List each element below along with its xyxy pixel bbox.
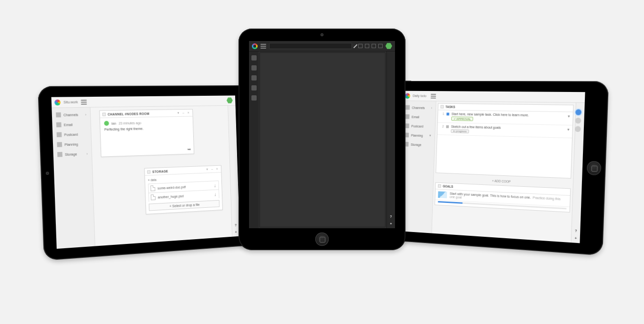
sidebar-item-planning[interactable]: Planning ▾ (401, 130, 435, 140)
help-button[interactable]: ? (390, 215, 392, 218)
rail-postcard-icon[interactable] (251, 75, 257, 81)
sidebar-label: Planning (411, 133, 423, 137)
task-row[interactable]: 1 Start here, new sample task. Click her… (438, 110, 573, 125)
goal-text: Start with your sample goal. This is how… (450, 192, 531, 199)
storage-icon (57, 152, 62, 157)
help-button[interactable]: ? (575, 229, 577, 233)
task-text: Start here, new sample task. Click here … (451, 112, 529, 117)
sidebar-item-planning[interactable]: Planning (53, 139, 92, 150)
sidebar-item-postcard[interactable]: Postcard (52, 129, 91, 140)
file-name: some-weird-doc.pdf (157, 185, 186, 190)
icon-rail (249, 51, 259, 228)
storage-card[interactable]: STORAGE ▾ – × » data (144, 165, 223, 214)
card-minimize-icon[interactable]: – (182, 111, 186, 115)
author: ian (111, 122, 116, 125)
sidebar-label: Postcard (64, 132, 78, 136)
screen-right: Daily todo Channels › Email (398, 91, 585, 243)
camera-dot (321, 33, 323, 36)
card-tool-icon[interactable]: ▾ (177, 111, 180, 115)
sidebar-item-email[interactable]: Email (402, 112, 436, 122)
home-button[interactable] (587, 161, 602, 175)
file-icon (150, 185, 155, 191)
menu-icon[interactable] (431, 93, 436, 98)
app-logo-icon (252, 43, 258, 49)
file-row[interactable]: another_huge.psd ⭳ (148, 189, 219, 202)
chat-icon (405, 105, 410, 110)
app-right: Daily todo Channels › Email (398, 91, 585, 243)
app-title: Situ.work (63, 101, 78, 104)
card-minimize-icon[interactable]: – (210, 167, 214, 171)
task-pill[interactable]: in progress (451, 129, 469, 133)
canvas-dark[interactable] (260, 52, 385, 227)
menu-icon[interactable] (260, 44, 266, 49)
mail-icon (405, 114, 409, 119)
home-button[interactable] (315, 233, 329, 246)
video-icon[interactable] (365, 44, 369, 48)
add-button[interactable]: + (390, 222, 392, 225)
drag-handle-icon[interactable] (147, 170, 150, 173)
canvas[interactable]: CHANNEL #NODES ROOM ▾ – × ia (91, 106, 232, 246)
card-tool-icon[interactable]: ▾ (206, 167, 209, 171)
sidebar-label: Email (64, 123, 73, 127)
task-number: 1 (441, 112, 445, 115)
download-icon[interactable]: ⭳ (214, 192, 217, 196)
channel-card[interactable]: CHANNEL #NODES ROOM ▾ – × ia (99, 109, 194, 157)
card-title: CHANNEL #NODES ROOM (108, 112, 150, 116)
file-name: another_huge.psd (158, 194, 184, 199)
download-icon[interactable]: ⭳ (214, 183, 217, 187)
pager-dot[interactable] (575, 109, 582, 115)
task-number: 2 (440, 125, 444, 128)
app-logo-icon (54, 99, 61, 105)
canvas[interactable]: TASKS 1 Start here, new sample task. Cli… (432, 101, 576, 243)
task-pill[interactable]: ✓ APPROVAL (451, 116, 473, 121)
rail-calendar-icon[interactable] (251, 85, 257, 91)
drag-handle-icon[interactable] (102, 112, 105, 116)
drag-handle-icon[interactable] (440, 105, 444, 109)
help-button[interactable]: ? (235, 223, 237, 227)
presence-hex-icon[interactable] (227, 97, 233, 104)
panel-title: TASKS (446, 105, 456, 109)
right-rail: ? + (228, 106, 239, 237)
file-row[interactable]: some-weird-doc.pdf ⭳ (148, 181, 219, 193)
sidebar-label: Planning (64, 142, 78, 146)
sidebar-item-storage[interactable]: Storage › (53, 149, 92, 160)
sidebar-item-channels[interactable]: Channels › (52, 110, 91, 120)
breadcrumb[interactable]: » data (148, 174, 219, 183)
sidebar-item-channels[interactable]: Channels › (402, 103, 436, 112)
add-button[interactable]: + (575, 236, 577, 240)
sidebar-item-postcard[interactable]: Postcard (401, 121, 435, 131)
chevron-right-icon: › (85, 113, 86, 116)
sidebar-item-email[interactable]: Email (52, 119, 91, 130)
pencil-icon[interactable] (353, 44, 357, 48)
presence-hex-icon[interactable] (385, 43, 392, 50)
upload-button[interactable]: + Select or drop a file (149, 200, 220, 211)
file-icon (151, 194, 156, 200)
card-close-icon[interactable]: × (187, 111, 190, 115)
rail-mail-icon[interactable] (251, 65, 257, 71)
goal-illustration-icon (438, 191, 447, 198)
chevron-down-icon[interactable]: ▾ (567, 127, 569, 132)
rail-chat-icon[interactable] (251, 55, 257, 61)
sidebar: Channels › Email Postcard (52, 108, 95, 249)
timestamp: 23 minutes ago (119, 121, 142, 125)
chevron-down-icon[interactable]: ▾ (568, 114, 570, 118)
add-button[interactable]: + (235, 231, 237, 234)
rail-storage-icon[interactable] (251, 95, 257, 101)
task-row[interactable]: 2 Sketch out a few items about goals in … (437, 123, 572, 139)
search-input[interactable] (269, 43, 352, 49)
reply-icon[interactable]: ➥ (187, 147, 191, 152)
pager-dot[interactable] (575, 118, 581, 124)
pager-dot[interactable] (575, 126, 581, 132)
sidebar-label: Storage (65, 152, 77, 156)
app-title: Daily todo (413, 94, 426, 98)
sidebar-item-storage[interactable]: Storage (401, 140, 435, 150)
tag-icon[interactable] (378, 44, 383, 48)
menu-icon[interactable] (81, 100, 87, 104)
camera-dot (46, 172, 49, 175)
user-avatar-icon (104, 121, 109, 126)
drag-handle-icon[interactable] (438, 184, 441, 188)
chat-icon[interactable] (358, 44, 363, 48)
right-rail: ? + (386, 51, 395, 228)
mic-icon[interactable] (372, 44, 376, 48)
card-close-icon[interactable]: × (215, 167, 219, 171)
